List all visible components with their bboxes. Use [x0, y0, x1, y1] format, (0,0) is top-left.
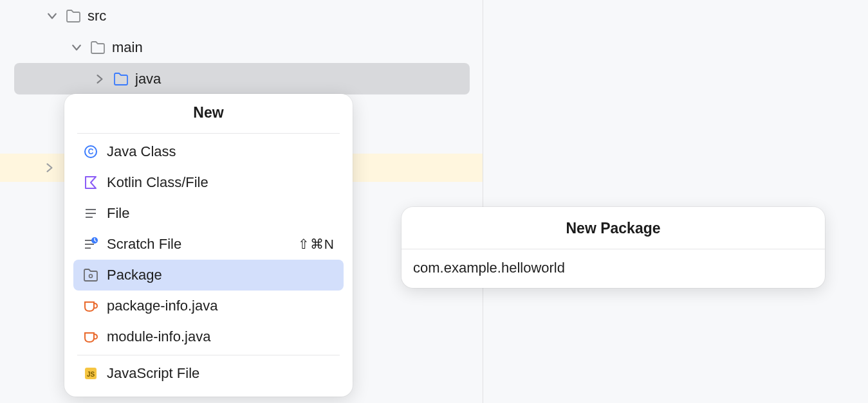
java-class-icon: C: [82, 143, 99, 160]
tree-label: java: [135, 71, 161, 87]
new-package-dialog: New Package: [402, 207, 825, 288]
dialog-title: New Package: [402, 207, 825, 249]
menu-separator: [77, 355, 340, 355]
tree-label: main: [112, 39, 143, 56]
tree-row-java[interactable]: java: [0, 63, 470, 94]
menu-item-javascript-file[interactable]: JS JavaScript File: [73, 358, 344, 389]
menu-item-java-class[interactable]: C Java Class: [73, 136, 344, 167]
new-context-menu: New C Java Class Kotlin Class/File File …: [64, 94, 353, 397]
chevron-right-icon[interactable]: [93, 75, 107, 84]
kotlin-icon: [82, 174, 99, 191]
scratch-icon: [82, 236, 99, 253]
menu-separator: [77, 133, 340, 134]
menu-item-label: Kotlin Class/File: [107, 174, 208, 191]
file-lines-icon: [82, 205, 99, 222]
menu-item-label: module-info.java: [107, 328, 210, 345]
tree-label: src: [88, 8, 106, 24]
folder-icon: [90, 40, 106, 55]
chevron-down-icon[interactable]: [45, 12, 59, 21]
menu-item-label: Java Class: [107, 143, 176, 160]
java-cup-icon: [82, 328, 99, 345]
folder-icon: [113, 72, 129, 86]
package-icon: [82, 267, 99, 283]
chevron-right-icon: [42, 163, 57, 172]
tree-row-src[interactable]: src: [0, 0, 470, 31]
java-cup-icon: [82, 298, 99, 314]
chevron-down-icon[interactable]: [69, 43, 84, 52]
popup-title: New: [64, 104, 353, 130]
menu-item-label: package-info.java: [107, 298, 217, 314]
pane-divider: [483, 0, 483, 403]
menu-item-label: File: [107, 205, 129, 222]
svg-text:JS: JS: [87, 371, 95, 378]
menu-item-label: Package: [107, 267, 162, 283]
menu-item-scratch-file[interactable]: Scratch File ⇧⌘N: [73, 229, 344, 260]
menu-item-file[interactable]: File: [73, 198, 344, 229]
menu-shortcut: ⇧⌘N: [298, 237, 335, 252]
menu-item-package-info[interactable]: package-info.java: [73, 291, 344, 321]
folder-icon: [66, 9, 81, 23]
menu-item-package[interactable]: Package: [73, 260, 344, 291]
menu-item-label: JavaScript File: [107, 365, 199, 382]
menu-item-label: Scratch File: [107, 236, 181, 253]
svg-text:C: C: [88, 147, 94, 156]
package-name-input[interactable]: [402, 249, 825, 288]
menu-item-kotlin[interactable]: Kotlin Class/File: [73, 167, 344, 198]
js-icon: JS: [82, 365, 99, 382]
project-tree: src main java: [0, 0, 470, 94]
svg-point-9: [89, 274, 93, 278]
menu-item-module-info[interactable]: module-info.java: [73, 321, 344, 352]
tree-row-main[interactable]: main: [0, 31, 470, 63]
